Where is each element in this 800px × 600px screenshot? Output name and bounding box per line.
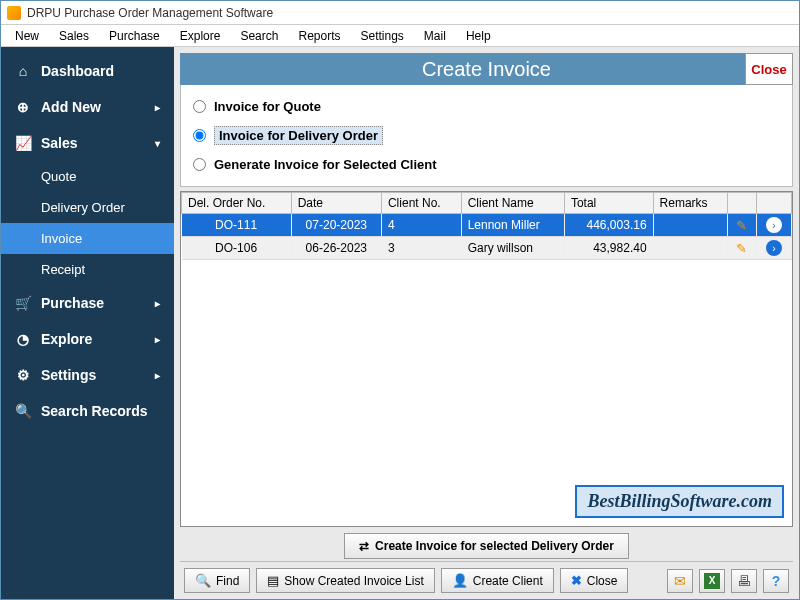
export-excel-button[interactable]: X — [699, 569, 725, 593]
chevron-right-icon: ▸ — [155, 298, 160, 309]
chart-icon: 📈 — [15, 135, 31, 151]
col-go — [756, 193, 791, 214]
cell-total: 43,982.40 — [564, 237, 653, 260]
showlist-label: Show Created Invoice List — [284, 574, 423, 588]
cell-remarks — [653, 214, 727, 237]
menu-mail[interactable]: Mail — [414, 27, 456, 45]
print-button[interactable]: 🖶 — [731, 569, 757, 593]
pencil-icon[interactable]: ✎ — [736, 218, 747, 233]
col-remarks[interactable]: Remarks — [653, 193, 727, 214]
cell-total: 446,003.16 — [564, 214, 653, 237]
radio-input[interactable] — [193, 129, 206, 142]
sidebar-item-explore[interactable]: ◔ Explore ▸ — [1, 321, 174, 357]
magnifier-icon: 🔍 — [195, 573, 211, 588]
cell-clientno: 3 — [381, 237, 461, 260]
sidebar-item-purchase[interactable]: 🛒 Purchase ▸ — [1, 285, 174, 321]
col-clientname[interactable]: Client Name — [461, 193, 564, 214]
radio-invoice-selected-client[interactable]: Generate Invoice for Selected Client — [191, 151, 782, 178]
cell-clientname: Lennon Miller — [461, 214, 564, 237]
cell-order: DO-111 — [182, 214, 292, 237]
sidebar-item-dashboard[interactable]: ⌂ Dashboard — [1, 53, 174, 89]
col-clientno[interactable]: Client No. — [381, 193, 461, 214]
sidebar-item-add-new[interactable]: ⊕ Add New ▸ — [1, 89, 174, 125]
arrow-right-icon[interactable]: › — [766, 217, 782, 233]
pie-icon: ◔ — [15, 331, 31, 347]
radio-input[interactable] — [193, 158, 206, 171]
sidebar-sub-quote[interactable]: Quote — [1, 161, 174, 192]
sidebar: ⌂ Dashboard ⊕ Add New ▸ 📈 Sales ▾ Quote … — [1, 47, 174, 600]
chevron-down-icon: ▾ — [155, 138, 160, 149]
col-total[interactable]: Total — [564, 193, 653, 214]
close-label: Close — [587, 574, 618, 588]
sidebar-sub-delivery-order[interactable]: Delivery Order — [1, 192, 174, 223]
col-order[interactable]: Del. Order No. — [182, 193, 292, 214]
sidebar-sub-receipt[interactable]: Receipt — [1, 254, 174, 285]
home-icon: ⌂ — [15, 63, 31, 79]
printer-icon: 🖶 — [737, 573, 751, 589]
chevron-right-icon: ▸ — [155, 370, 160, 381]
help-button[interactable]: ? — [763, 569, 789, 593]
cell-clientname: Gary willson — [461, 237, 564, 260]
createclient-label: Create Client — [473, 574, 543, 588]
sidebar-item-search-records[interactable]: 🔍 Search Records — [1, 393, 174, 429]
menu-help[interactable]: Help — [456, 27, 501, 45]
menu-explore[interactable]: Explore — [170, 27, 231, 45]
cell-remarks — [653, 237, 727, 260]
excel-icon: X — [704, 573, 720, 589]
table-row[interactable]: DO-111 07-20-2023 4 Lennon Miller 446,00… — [182, 214, 792, 237]
close-bottom-button[interactable]: ✖ Close — [560, 568, 629, 593]
cell-date: 07-20-2023 — [291, 214, 381, 237]
close-button[interactable]: Close — [745, 53, 793, 85]
chevron-right-icon: ▸ — [155, 334, 160, 345]
sidebar-item-label: Explore — [41, 331, 92, 347]
gear-icon: ⚙ — [15, 367, 31, 383]
show-created-invoice-list-button[interactable]: ▤ Show Created Invoice List — [256, 568, 434, 593]
invoice-type-group: Invoice for Quote Invoice for Delivery O… — [180, 85, 793, 187]
radio-invoice-delivery-order[interactable]: Invoice for Delivery Order — [191, 120, 782, 151]
table-row[interactable]: DO-106 06-26-2023 3 Gary willson 43,982.… — [182, 237, 792, 260]
person-icon: 👤 — [452, 573, 468, 588]
chevron-right-icon: ▸ — [155, 102, 160, 113]
menu-reports[interactable]: Reports — [288, 27, 350, 45]
envelope-icon: ✉ — [674, 573, 686, 589]
find-label: Find — [216, 574, 239, 588]
create-invoice-button[interactable]: ⇄ Create Invoice for selected Delivery O… — [344, 533, 629, 559]
sidebar-item-label: Purchase — [41, 295, 104, 311]
radio-label: Generate Invoice for Selected Client — [214, 157, 437, 172]
panel-title: Create Invoice — [422, 58, 551, 81]
arrow-right-icon[interactable]: › — [766, 240, 782, 256]
radio-label: Invoice for Delivery Order — [214, 126, 383, 145]
title-bar: DRPU Purchase Order Management Software — [1, 1, 799, 25]
menu-new[interactable]: New — [5, 27, 49, 45]
content-area: Create Invoice Close Invoice for Quote I… — [174, 47, 799, 600]
menu-purchase[interactable]: Purchase — [99, 27, 170, 45]
create-client-button[interactable]: 👤 Create Client — [441, 568, 554, 593]
sidebar-item-settings[interactable]: ⚙ Settings ▸ — [1, 357, 174, 393]
pencil-icon[interactable]: ✎ — [736, 241, 747, 256]
find-button[interactable]: 🔍 Find — [184, 568, 250, 593]
delivery-order-table-wrap: Del. Order No. Date Client No. Client Na… — [180, 191, 793, 527]
cell-date: 06-26-2023 — [291, 237, 381, 260]
search-icon: 🔍 — [15, 403, 31, 419]
sidebar-sub-invoice[interactable]: Invoice — [1, 223, 174, 254]
col-date[interactable]: Date — [291, 193, 381, 214]
plus-icon: ⊕ — [15, 99, 31, 115]
cart-icon: 🛒 — [15, 295, 31, 311]
col-edit — [727, 193, 756, 214]
sidebar-item-sales[interactable]: 📈 Sales ▾ — [1, 125, 174, 161]
sidebar-item-label: Add New — [41, 99, 101, 115]
delivery-order-table: Del. Order No. Date Client No. Client Na… — [181, 192, 792, 260]
menu-search[interactable]: Search — [230, 27, 288, 45]
mail-button[interactable]: ✉ — [667, 569, 693, 593]
radio-invoice-quote[interactable]: Invoice for Quote — [191, 93, 782, 120]
radio-input[interactable] — [193, 100, 206, 113]
watermark: BestBillingSoftware.com — [575, 485, 784, 518]
menu-bar: New Sales Purchase Explore Search Report… — [1, 25, 799, 47]
help-icon: ? — [772, 573, 781, 589]
list-icon: ▤ — [267, 573, 279, 588]
menu-sales[interactable]: Sales — [49, 27, 99, 45]
cell-order: DO-106 — [182, 237, 292, 260]
panel-header: Create Invoice Close — [180, 53, 793, 85]
menu-settings[interactable]: Settings — [351, 27, 414, 45]
radio-label: Invoice for Quote — [214, 99, 321, 114]
